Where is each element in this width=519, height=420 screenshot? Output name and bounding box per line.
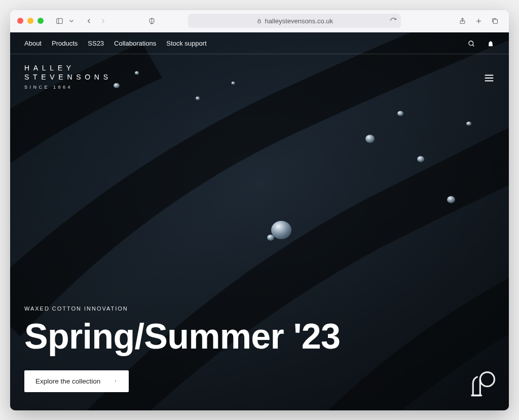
site-top-bar: About Products SS23 Collaborations Stock… — [10, 32, 509, 54]
back-button[interactable] — [82, 14, 95, 27]
browser-toolbar: halleystevensons.co.uk — [10, 10, 509, 32]
window-controls — [17, 18, 44, 24]
bag-icon[interactable] — [487, 40, 495, 48]
explore-collection-button[interactable]: Explore the collection — [24, 370, 129, 392]
tabs-overview-button[interactable] — [489, 14, 502, 27]
sidebar-toggle-button[interactable] — [53, 14, 66, 27]
svg-rect-2 — [257, 21, 261, 23]
url-text: halleystevensons.co.uk — [265, 17, 333, 25]
forward-button[interactable] — [96, 14, 109, 27]
minimize-window-button[interactable] — [27, 18, 33, 24]
svg-rect-0 — [56, 18, 62, 23]
nav-link-products[interactable]: Products — [52, 40, 78, 47]
nav-link-about[interactable]: About — [24, 40, 42, 47]
burger-menu-icon[interactable] — [484, 72, 495, 81]
chevron-right-icon — [114, 378, 118, 384]
lock-icon — [256, 18, 262, 24]
new-tab-button[interactable] — [472, 14, 486, 27]
nav-link-collaborations[interactable]: Collaborations — [114, 40, 156, 47]
nav-link-stock-support[interactable]: Stock support — [166, 40, 207, 47]
address-bar[interactable]: halleystevensons.co.uk — [188, 14, 401, 28]
brand-monogram-icon — [467, 369, 498, 399]
maximize-window-button[interactable] — [38, 18, 44, 24]
cta-label: Explore the collection — [35, 377, 100, 385]
page-content: About Products SS23 Collaborations Stock… — [10, 32, 509, 410]
privacy-shield-icon[interactable] — [145, 14, 158, 27]
close-window-button[interactable] — [17, 18, 23, 24]
share-button[interactable] — [456, 14, 469, 27]
search-icon[interactable] — [467, 40, 475, 48]
primary-nav: About Products SS23 Collaborations Stock… — [24, 40, 207, 47]
browser-window: halleystevensons.co.uk — [10, 10, 509, 410]
hero-tagline: WAXED COTTON INNOVATION — [24, 306, 495, 312]
svg-point-21 — [469, 41, 473, 46]
reload-button[interactable] — [390, 17, 397, 24]
hero-headline: Spring/Summer '23 — [24, 319, 495, 355]
brand-logo[interactable]: HALLEY STEVENSONS SINCE 1864 — [24, 63, 112, 91]
toolbar-chevron-down-icon[interactable] — [68, 14, 75, 27]
brand-line2: STEVENSONS — [24, 72, 112, 82]
brand-line1: HALLEY — [24, 64, 75, 72]
svg-line-22 — [473, 45, 474, 46]
svg-point-26 — [480, 372, 494, 386]
nav-link-ss23[interactable]: SS23 — [88, 40, 104, 47]
svg-rect-6 — [494, 19, 498, 23]
brand-since: SINCE 1864 — [24, 84, 112, 90]
